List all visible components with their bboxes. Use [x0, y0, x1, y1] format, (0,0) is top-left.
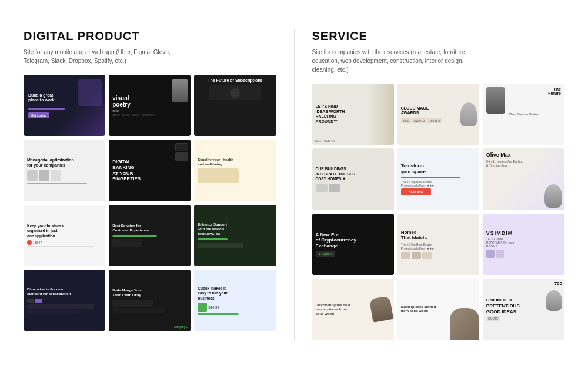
- thumb-s5[interactable]: Transformyour space The #1 Top Real Esta…: [397, 148, 479, 210]
- thumb-t3[interactable]: The Future of Subscriptions: [194, 75, 276, 136]
- service-section: Service Site for companies with their se…: [312, 29, 565, 340]
- thumb-t5[interactable]: DIGITALBANKINGAT YOURFINGERTIPS: [109, 140, 191, 201]
- thumb-t9[interactable]: Enhance Supportwith the world'sfirst Dev…: [194, 205, 276, 266]
- thumb-s11[interactable]: Masterpieces craftedfrom solid wood: [397, 279, 479, 340]
- thumb-s9[interactable]: VSIMDIM TACTIC wediREFORMATION vomROOMS: [483, 214, 564, 275]
- service-desc: Site for companies with their services (…: [312, 48, 477, 74]
- thumb-s4[interactable]: Our BuildingsIntegrate The BestCosy Home…: [312, 148, 394, 210]
- service-grid: LET'S FINDIDEAS WORTHRALLYINGAROUND™ CEO…: [312, 84, 565, 340]
- thumb-t10[interactable]: Dimension is the newstandard for collabo…: [24, 270, 105, 331]
- digital-grid: Build a greatplace to work Get started v…: [24, 75, 276, 331]
- thumb-t4[interactable]: Managerial optimizationfor your companie…: [24, 140, 105, 201]
- thumb-s12[interactable]: UNLIMITEDPRETENTIOUSGOOD IDEAS 700 QUOTE: [483, 279, 564, 340]
- thumb-s8[interactable]: HomesThat Match. The #1 Top Real EstateP…: [397, 214, 479, 275]
- thumb-t1[interactable]: Build a greatplace to work Get started: [24, 75, 105, 136]
- thumb-t8[interactable]: Best Solution forCustomer Experience: [109, 205, 191, 266]
- digital-product-section: Digital Product Site for any mobile app …: [24, 29, 276, 340]
- thumb-s2[interactable]: CLOUD MAGEAWARDS 2009 AWARD 168 DRI: [397, 84, 479, 145]
- thumb-t12[interactable]: Cubex makes iteasy to run yourbusiness. …: [194, 270, 276, 331]
- olive-max-sub: 3-in-1 Hearing Aid Earbud& Tinnitus App: [486, 160, 561, 168]
- olive-max-title: Olive Max: [486, 152, 561, 158]
- thumb-s10[interactable]: Discovering the bestmasterpieces from so…: [312, 279, 394, 340]
- thumb-t2[interactable]: visualpoetry folio about · about · about…: [109, 75, 191, 136]
- thumb-t6[interactable]: Simplify your · healthand well-being: [194, 140, 276, 201]
- digital-product-desc: Site for any mobile app or web app (Uber…: [24, 48, 188, 65]
- service-title: Service: [312, 29, 565, 43]
- thumb-t11[interactable]: Ends Mange YourTeams with Okay Simplify.…: [109, 270, 191, 331]
- thumb-s1[interactable]: LET'S FINDIDEAS WORTHRALLYINGAROUND™ CEO…: [312, 84, 394, 145]
- digital-product-title: Digital Product: [24, 29, 276, 43]
- olive-max-product-image: [544, 184, 562, 208]
- thumb-s3[interactable]: TheFuture Client Success Stories: [483, 84, 564, 145]
- main-container: Digital Product Site for any mobile app …: [0, 0, 588, 364]
- thumb-t7[interactable]: Keep your businessorganized in justone a…: [24, 205, 105, 266]
- thumb-s7[interactable]: A New Eraof CryptocurrencyExchange ▶ Exp…: [312, 214, 394, 275]
- thumb-s6-olive-max[interactable]: Olive Max 3-in-1 Hearing Aid Earbud& Tin…: [483, 148, 564, 210]
- section-divider: [294, 29, 295, 340]
